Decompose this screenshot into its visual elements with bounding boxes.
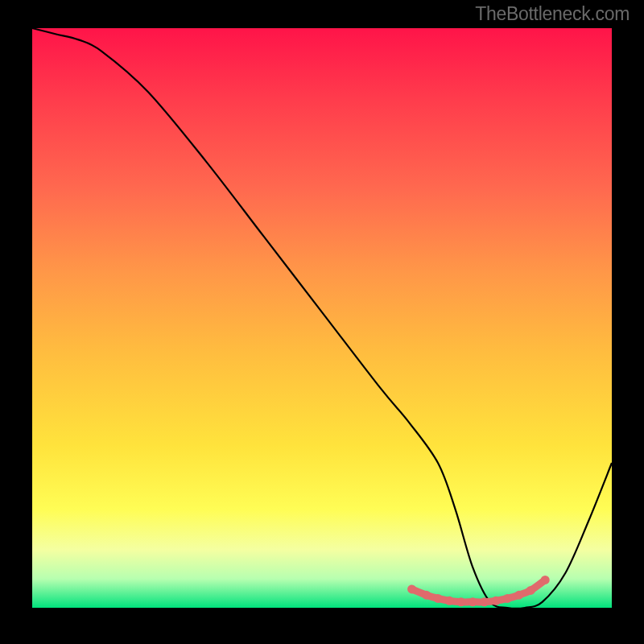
- bottleneck-curve: [32, 28, 612, 609]
- valley-marker: [456, 597, 465, 606]
- valley-marker: [514, 591, 523, 600]
- valley-marker: [526, 586, 535, 595]
- valley-marker: [492, 597, 501, 605]
- valley-marker: [445, 597, 454, 605]
- valley-marker: [503, 594, 512, 603]
- chart-frame: TheBottleneck.com: [0, 0, 644, 644]
- valley-marker: [469, 597, 477, 606]
- curve-layer: [32, 28, 612, 608]
- valley-marker: [434, 594, 443, 603]
- valley-marker: [480, 597, 489, 606]
- valley-marker: [422, 591, 431, 600]
- valley-marker: [541, 576, 550, 584]
- plot-area: [32, 28, 612, 608]
- valley-marker: [407, 584, 416, 593]
- attribution-text: TheBottleneck.com: [475, 3, 630, 25]
